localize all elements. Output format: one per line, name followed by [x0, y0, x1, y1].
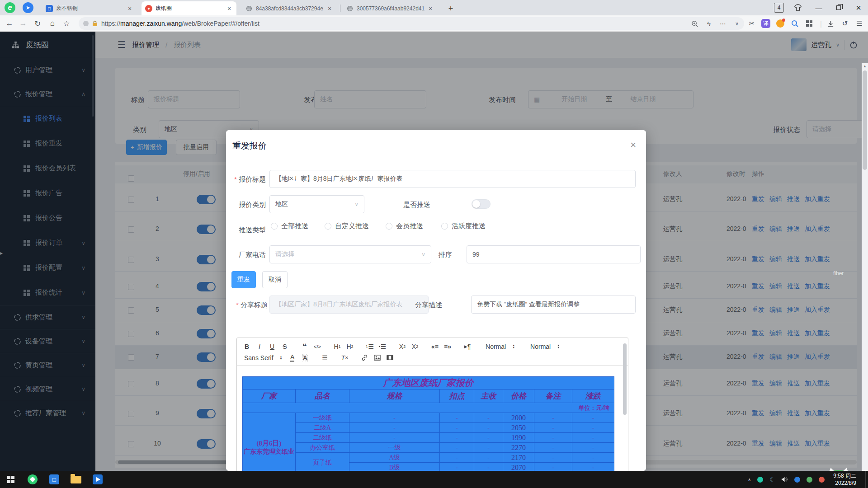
push-option-全部推送[interactable]: 全部推送: [271, 222, 308, 230]
tray-icon-blue[interactable]: [794, 477, 800, 483]
editor-blockquote-icon[interactable]: ❝: [299, 341, 310, 352]
downloads-icon[interactable]: [825, 15, 836, 32]
editor-video-icon[interactable]: [385, 352, 396, 363]
value-cell: -: [349, 423, 440, 433]
tray-moon-icon[interactable]: ☾: [769, 476, 775, 483]
browser-logo-icon[interactable]: e: [5, 2, 15, 13]
volume-icon[interactable]: [781, 476, 788, 483]
product-name-cell: 二级A: [296, 423, 349, 433]
editor-direction-icon[interactable]: ▶¶: [462, 341, 473, 352]
translate-icon[interactable]: 译: [760, 15, 772, 32]
editor-format-select[interactable]: Normal▲▼: [483, 341, 518, 352]
tab-close-icon[interactable]: ×: [126, 5, 133, 12]
more-tools-icon[interactable]: ⋯: [720, 20, 726, 27]
window-close-button[interactable]: ×: [852, 3, 865, 13]
history-undo-icon[interactable]: ↺: [839, 15, 851, 32]
pinned-app-icon[interactable]: ➤: [23, 2, 33, 13]
start-button[interactable]: [2, 471, 20, 488]
editor-indent-icon[interactable]: ≡»: [442, 341, 453, 352]
tray-expand-icon[interactable]: ∧: [748, 477, 751, 482]
editor-italic-icon[interactable]: I: [254, 341, 265, 352]
theme-skin-icon[interactable]: [792, 3, 804, 13]
push-option-自定义推送[interactable]: 自定义推送: [325, 222, 369, 230]
editor-header-1-icon[interactable]: H1: [332, 341, 343, 352]
editor-size-select[interactable]: Normal▲▼: [528, 341, 562, 352]
quote-title-input[interactable]: 【地区厂家】8月8日广东地区废纸厂家报价表: [269, 170, 636, 188]
new-tab-button[interactable]: +: [445, 4, 456, 14]
push-option-活跃度推送[interactable]: 活跃度推送: [441, 222, 486, 230]
favorites-icon[interactable]: ☆: [61, 15, 72, 32]
extension-candy-icon[interactable]: [774, 15, 786, 32]
browser-menu-icon[interactable]: ☰: [854, 15, 865, 32]
site-info-icon[interactable]: [83, 21, 89, 26]
reload-icon[interactable]: ↻: [32, 15, 43, 32]
taskbar-app-browser-icon[interactable]: [24, 471, 42, 488]
dialog-close-icon[interactable]: ×: [630, 140, 636, 150]
share-title-input[interactable]: 【地区厂家】8月8日广东地区废纸厂家报价表: [269, 296, 429, 314]
tray-icon-teal[interactable]: [757, 477, 763, 483]
url-text[interactable]: https://manager.zaixun.wang/web/BrokePap…: [101, 20, 259, 27]
editor-outdent-icon[interactable]: «≡: [429, 341, 440, 352]
editor-clean-icon[interactable]: T✕: [340, 352, 350, 363]
zoom-icon[interactable]: [691, 20, 698, 27]
forward-icon[interactable]: →: [17, 15, 29, 32]
address-bar[interactable]: https://manager.zaixun.wang/web/BrokePap…: [79, 17, 744, 30]
editor-code-block-icon[interactable]: </>: [312, 341, 323, 352]
share-desc-input[interactable]: 免费下载 “废纸圈” 查看最新报价调整: [471, 296, 636, 314]
blue-app-icon: ◻: [46, 5, 53, 12]
browser-tab[interactable]: ●废纸圈×: [142, 1, 236, 15]
editor-color-icon[interactable]: A: [287, 352, 298, 363]
editor-subscript-icon[interactable]: X2: [397, 341, 408, 352]
scrollbar-thumb[interactable]: [863, 70, 867, 170]
cancel-button[interactable]: 取消: [262, 271, 288, 288]
home-icon[interactable]: ⌂: [47, 15, 58, 32]
sort-input[interactable]: 99: [467, 245, 641, 263]
lock-icon[interactable]: [92, 20, 98, 27]
editor-image-icon[interactable]: [372, 352, 383, 363]
search-extension-icon[interactable]: [789, 15, 801, 32]
taskbar-media-app-icon[interactable]: [89, 471, 107, 488]
quote-category-select[interactable]: 地区 ∨: [269, 195, 364, 213]
editor-background-icon[interactable]: A: [300, 352, 311, 363]
editor-align-icon[interactable]: ☰: [320, 352, 330, 363]
tab-close-icon[interactable]: ×: [427, 5, 434, 12]
apps-grid-icon[interactable]: [803, 15, 815, 32]
back-icon[interactable]: ←: [4, 15, 15, 32]
window-minimize-button[interactable]: —: [812, 3, 826, 13]
editor-link-icon[interactable]: [359, 352, 370, 363]
editor-header-2-icon[interactable]: H2: [344, 341, 355, 352]
resend-button[interactable]: 重发: [231, 271, 256, 288]
taskbar-clock[interactable]: 9:58 周二 2022/8/9: [833, 472, 856, 487]
taskbar-app-window-icon[interactable]: □: [45, 471, 63, 488]
editor-list-bullet-icon[interactable]: •☰: [377, 341, 388, 352]
browser-tab[interactable]: ◻废不锈钢×: [42, 1, 137, 15]
phone-select[interactable]: 请选择 ∨: [269, 245, 431, 263]
page-scrollbar[interactable]: ▲: [862, 63, 868, 471]
product-name-cell: 一级纸: [296, 413, 349, 423]
editor-scrollbar[interactable]: [623, 343, 627, 415]
editor-strike-icon[interactable]: S: [279, 341, 290, 352]
editor-underline-icon[interactable]: U: [267, 341, 278, 352]
show-desktop-button[interactable]: [865, 471, 868, 488]
dropdown-chevron-icon[interactable]: ∨: [735, 21, 739, 27]
system-tray: ∧ ☾: [748, 471, 825, 488]
window-restore-button[interactable]: [832, 3, 845, 13]
editor-list-ordered-icon[interactable]: 1☰: [364, 341, 375, 352]
push-toggle[interactable]: [472, 199, 491, 209]
tab-close-icon[interactable]: ×: [226, 5, 233, 12]
reader-lightning-icon[interactable]: ϟ: [707, 20, 711, 28]
editor-superscript-icon[interactable]: X2: [410, 341, 420, 352]
tray-icon-green[interactable]: [807, 477, 812, 483]
taskbar-file-explorer-icon[interactable]: [67, 471, 85, 488]
browser-tab[interactable]: 84a38afcd8344a3cb37294e×: [242, 1, 337, 15]
push-option-会员推送[interactable]: 会员推送: [386, 222, 423, 230]
editor-font-select[interactable]: Sans Serif▲▼: [241, 352, 285, 363]
tab-close-icon[interactable]: ×: [326, 5, 333, 12]
browser-tab[interactable]: 300577369a6f4aab9242d41×: [343, 1, 438, 15]
tab-count-badge[interactable]: 4: [774, 3, 784, 13]
tray-icon-red[interactable]: [819, 477, 825, 483]
editor-bold-icon[interactable]: B: [241, 341, 252, 352]
editor-content[interactable]: 广东地区废纸厂家报价厂家品名规格扣点主收价格备注涨跌单位：元/吨(8月6日)广东…: [237, 366, 628, 471]
scrollbar-up-arrow[interactable]: ▲: [862, 63, 868, 70]
screenshot-scissors-icon[interactable]: ✂: [746, 15, 758, 32]
